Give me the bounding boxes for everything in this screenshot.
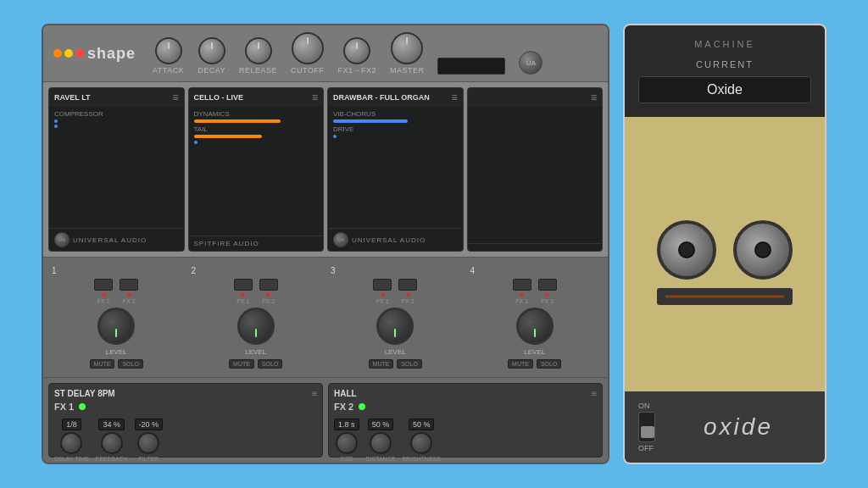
cello-brand: SPITFIRE AUDIO [194,240,259,247]
mixer-ch1-fx-buttons: FX 1 FX 2 [94,279,138,304]
fx2-preset-label: HALL [334,389,357,398]
channel-ravel-content: COMPRESSOR [49,107,184,228]
fx2-distance-knob[interactable] [370,432,392,454]
cutoff-knob-group: CUTOFF [291,32,324,75]
mixer-ch3-fx-buttons: FX 1 FX 2 [373,279,417,304]
drawbar-fx-label1: VIB-CHORUS [333,110,458,118]
fx1-filter-knob[interactable] [137,432,159,454]
ch3-fx2-led [406,292,410,297]
fx2-led [127,292,131,297]
ch2-fx1-button[interactable] [234,279,253,291]
oxide-panel: MACHINE CURRENT Oxide ON OFF [623,24,826,464]
fx1-unit-header: ST DELAY 8PM ≡ [54,389,317,398]
channel-drawbar-menu[interactable]: ≡ [451,92,457,103]
fx1-delaytime-value: 1/8 [62,419,81,430]
channel-cello-menu[interactable]: ≡ [312,92,318,103]
ch1-solo-button[interactable]: SOLO [118,359,142,369]
master-knob-group: MASTER [390,32,425,75]
ch3-level-knob[interactable] [376,308,414,345]
ch4-level-knob[interactable] [516,308,554,345]
ua-badge: UA [519,51,542,75]
ch4-solo-button[interactable]: SOLO [537,359,561,369]
ch2-level-knob[interactable] [237,308,275,345]
fx2-btn-group: FX 2 [120,279,138,304]
fx2-size-label: SIZE [340,456,353,462]
channel-empty: ≡ [467,87,604,252]
top-knobs: ATTACK DECAY RELEASE CUTOFF FX1→FX2 [153,32,598,75]
fx1-feedback-value: 34 % [98,419,125,430]
cello-tail-bar [194,135,263,138]
fx1-led [102,292,106,297]
machine-name-display[interactable]: Oxide [638,76,811,103]
ch3-level-label: LEVEL [385,348,406,356]
fx1-button[interactable] [94,279,113,291]
fx2-distance-param: 50 % DISTANCE [366,419,396,462]
ch3-fx2-button[interactable] [398,279,417,291]
current-label: CURRENT [638,59,811,69]
fx1fx2-knob[interactable] [343,37,370,64]
fx1-btn-label: FX 1 [97,298,110,304]
fx2-btn-group-ch2: FX 2 [259,279,278,304]
master-knob[interactable] [391,32,423,64]
ch4-fx1-led [520,292,524,297]
fx2-size-knob[interactable] [336,432,358,454]
ua-footer-badge: UA [54,232,70,247]
channel-drawbar-footer: UA UNIVERSAL AUDIO [328,228,463,251]
ch4-mute-button[interactable]: MUTE [508,359,533,369]
fx1-delaytime-knob[interactable] [60,432,82,454]
right-reel [733,220,793,280]
ch1-level-label: LEVEL [106,348,127,356]
shape-topbar: shape ATTACK DECAY RELEASE CUTOFF [43,25,608,82]
ch1-mute-button[interactable]: MUTE [90,359,115,369]
cello-fx-label2: TAIL [194,125,319,133]
ravel-fx-dot2 [54,125,58,128]
ch3-fx1-button[interactable] [373,279,392,291]
mixer-ch1: 1 FX 1 FX 2 LEVEL MUTE [48,263,185,372]
ch2-fx2-button[interactable] [259,279,278,291]
switch-lever [641,426,654,438]
ch2-mute-button[interactable]: MUTE [229,359,254,369]
ch4-fx1-label: FX 1 [515,298,528,304]
ua-footer-badge2: UA [333,232,348,247]
fx1-feedback-knob[interactable] [101,432,123,454]
fx2-led-indicator [359,403,365,410]
ch1-level-knob[interactable] [97,308,135,345]
oxide-header: MACHINE CURRENT Oxide [625,25,825,117]
channel-strips: RAVEL LT ≡ COMPRESSOR UA UNIVERSAL AUDIO… [43,82,608,257]
ch4-fx2-button[interactable] [538,279,557,291]
fx1-filter-label: FILTER [139,456,159,462]
ch2-mute-solo: MUTE SOLO [229,359,282,369]
fx2-menu[interactable]: ≡ [592,389,597,398]
fx2-distance-value: 50 % [368,419,394,430]
switch-off-label: OFF [638,444,655,452]
ch2-solo-button[interactable]: SOLO [258,359,282,369]
reel-container [657,220,793,280]
ch3-mute-solo: MUTE SOLO [369,359,422,369]
decay-knob[interactable] [198,37,225,64]
oxide-reel-area [625,117,825,391]
ch2-fx1-label: FX 1 [236,298,249,304]
release-knob[interactable] [245,37,272,64]
fx2-brightness-value: 50 % [409,419,435,430]
fx1-btn-group: FX 1 [94,279,113,304]
ch3-solo-button[interactable]: SOLO [397,359,421,369]
ch3-mute-button[interactable]: MUTE [369,359,394,369]
cutoff-knob[interactable] [292,32,324,64]
channel-empty-menu[interactable]: ≡ [591,92,597,103]
fx2-button[interactable] [120,279,138,291]
mixer-ch4: 4 FX 1 FX 2 LEVEL MUTE [467,263,604,372]
fx2-brightness-knob[interactable] [410,432,432,454]
fx2-btn-group-ch4: FX 2 [538,279,557,304]
channel-ravel-menu[interactable]: ≡ [172,92,178,103]
ch4-fx1-button[interactable] [513,279,531,291]
channel-cello-content: DYNAMICS TAIL [189,107,324,236]
ch3-fx1-label: FX 1 [376,298,389,304]
release-knob-group: RELEASE [239,37,277,75]
ch1-mute-solo: MUTE SOLO [90,359,143,369]
fx1-menu[interactable]: ≡ [312,389,317,398]
logo-text: shape [87,45,136,63]
channel-ravel-header: RAVEL LT ≡ [49,88,184,107]
switch-toggle[interactable] [638,412,655,442]
attack-knob[interactable] [155,37,182,64]
ravel-brand: UNIVERSAL AUDIO [73,236,147,244]
